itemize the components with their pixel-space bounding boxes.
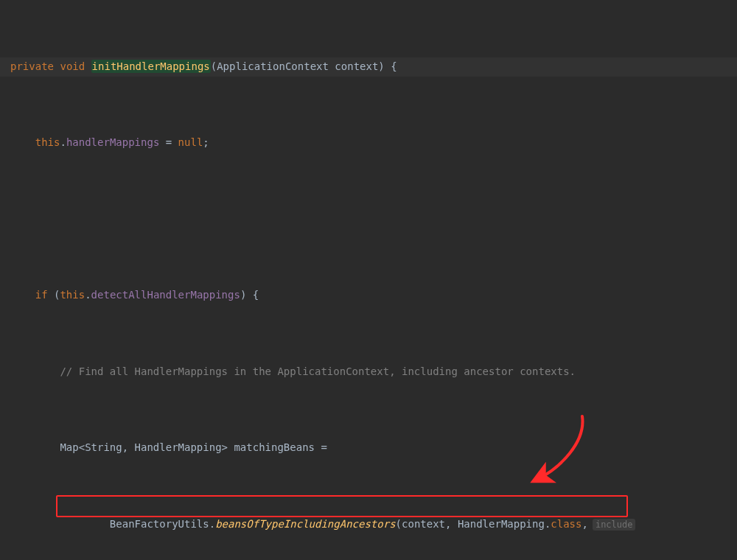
keyword-if: if (35, 289, 48, 301)
blank-line (0, 210, 737, 229)
code-line: if (this.detectAllHandlerMappings) { (0, 286, 737, 305)
code-line: this.handlerMappings = null; (0, 133, 737, 153)
method-name: initHandlerMappings (91, 60, 211, 73)
params: (ApplicationContext context) { (211, 60, 397, 72)
keyword: private (10, 60, 54, 72)
code-line: BeanFactoryUtils.beansOfTypeIncludingAnc… (0, 515, 737, 534)
keyword-this: this (35, 136, 60, 148)
highlight-box-annotation (56, 495, 628, 517)
comment-line: // Find all HandlerMappings in the Appli… (0, 363, 737, 382)
inlay-hint: include (593, 519, 636, 531)
keyword-null: null (178, 136, 203, 148)
field: handlerMappings (66, 136, 159, 148)
comment: // Find all HandlerMappings in the Appli… (60, 365, 576, 377)
code-editor[interactable]: private void initHandlerMappings(Applica… (0, 0, 737, 560)
declaration: Map<String, HandlerMapping> matchingBean… (60, 441, 326, 453)
field: detectAllHandlerMappings (91, 289, 240, 301)
code-line: Map<String, HandlerMapping> matchingBean… (0, 438, 737, 458)
static-method: beansOfTypeIncludingAncestors (215, 518, 395, 530)
code-line: private void initHandlerMappings(Applica… (0, 57, 737, 77)
keyword: void (60, 60, 85, 72)
